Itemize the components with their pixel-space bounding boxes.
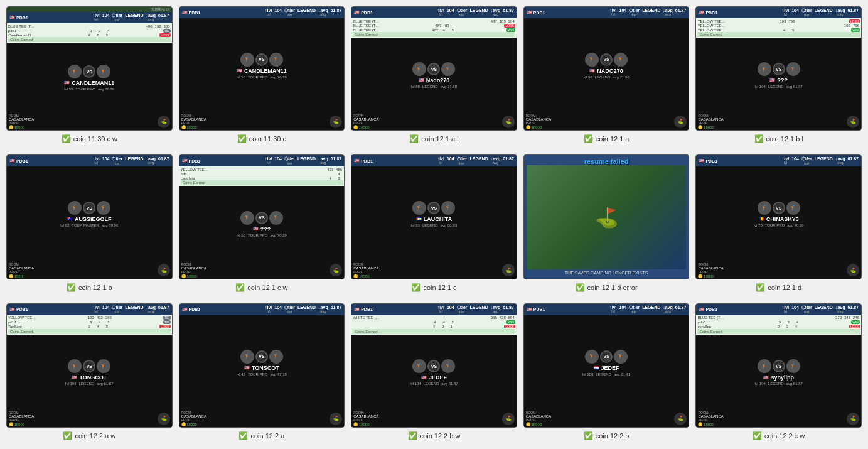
- thumbnail-c13[interactable]: 🇺🇸 PDB1 ↑lvllvl 104 ⬡tiertier LEGEND ↓av…: [351, 303, 517, 428]
- check-icon-c8: ✅: [411, 283, 421, 292]
- check-icon-c11: ✅: [63, 431, 72, 440]
- label-text-c5: coin 12 1 b l: [766, 135, 803, 143]
- thumbnail-c8[interactable]: 🇺🇸 PDB1 ↑lvllvl 104 ⬡tiertier LEGEND ↓av…: [351, 154, 517, 279]
- card-c9[interactable]: resume failed ⛳ THE SAVED GAME NO LONGER…: [523, 154, 690, 291]
- thumbnail-c14[interactable]: 🇺🇸 PDB1 ↑lvllvl 104 ⬡tiertier LEGEND ↓av…: [523, 303, 690, 428]
- label-text-c8: coin 12 1 c: [423, 284, 456, 291]
- thumbnail-c6[interactable]: 🇺🇸 PDB1 ↑lvllvl 104 ⬡tiertier LEGEND ↓av…: [6, 154, 173, 279]
- label-text-c6: coin 12 1 b: [78, 284, 112, 291]
- thumbnail-c9[interactable]: resume failed ⛳ THE SAVED GAME NO LONGER…: [523, 154, 690, 279]
- label-c14: ✅coin 12 2 b: [584, 431, 630, 440]
- check-icon-c15: ✅: [753, 431, 762, 440]
- label-text-c3: coin 12 1 a l: [421, 135, 458, 143]
- check-icon-c5: ✅: [754, 134, 764, 143]
- label-c12: ✅coin 12 2 a: [238, 431, 284, 440]
- card-grid: TIEBREAKER 🇺🇸 PDB1 ↑lvllvl 104 ⬡tiertier…: [6, 6, 862, 449]
- label-text-c12: coin 12 2 a: [250, 432, 284, 440]
- thumbnail-c2[interactable]: 🇺🇸 PDB1 ↑lvllvl 104 ⬡tiertier LEGEND ↓av…: [179, 6, 345, 131]
- card-c11[interactable]: 🇺🇸 PDB1 ↑lvllvl 104 ⬡tiertier LEGEND ↓av…: [6, 303, 173, 440]
- card-c4[interactable]: 🇺🇸 PDB1 ↑lvllvl 104 ⬡tiertier LEGEND ↓av…: [523, 6, 690, 143]
- label-c5: ✅coin 12 1 b l: [754, 134, 803, 143]
- card-c2[interactable]: 🇺🇸 PDB1 ↑lvllvl 104 ⬡tiertier LEGEND ↓av…: [179, 6, 345, 143]
- label-text-c4: coin 12 1 a: [596, 135, 630, 143]
- label-c9: ✅coin 12 1 d error: [576, 283, 638, 292]
- card-c10[interactable]: 🇺🇸 PDB1 ↑lvllvl 104 ⬡tiertier LEGEND ↓av…: [695, 154, 862, 291]
- check-icon-c6: ✅: [67, 283, 76, 292]
- check-icon-c7: ✅: [235, 283, 245, 292]
- label-c13: ✅coin 12 2 b w: [408, 431, 461, 440]
- card-c7[interactable]: 🇺🇸 PDB1 ↑lvllvl 104 ⬡tiertier LEGEND ↓av…: [179, 154, 345, 291]
- label-text-c11: coin 12 2 a w: [75, 432, 115, 440]
- label-c7: ✅coin 12 1 c w: [235, 283, 287, 292]
- check-icon-c9: ✅: [576, 283, 585, 292]
- thumbnail-c4[interactable]: 🇺🇸 PDB1 ↑lvllvl 104 ⬡tiertier LEGEND ↓av…: [523, 6, 690, 131]
- card-c12[interactable]: 🇺🇸 PDB1 ↑lvllvl 104 ⬡tiertier LEGEND ↓av…: [179, 303, 345, 440]
- card-c6[interactable]: 🇺🇸 PDB1 ↑lvllvl 104 ⬡tiertier LEGEND ↓av…: [6, 154, 173, 291]
- label-text-c7: coin 12 1 c w: [247, 284, 287, 291]
- label-c4: ✅coin 12 1 a: [584, 134, 630, 143]
- check-icon-c12: ✅: [238, 431, 248, 440]
- thumbnail-c12[interactable]: 🇺🇸 PDB1 ↑lvllvl 104 ⬡tiertier LEGEND ↓av…: [179, 303, 345, 428]
- thumbnail-c5[interactable]: 🇺🇸 PDB1 ↑lvllvl 104 ⬡tiertier LEGEND ↓av…: [695, 6, 862, 131]
- thumbnail-c10[interactable]: 🇺🇸 PDB1 ↑lvllvl 104 ⬡tiertier LEGEND ↓av…: [695, 154, 862, 279]
- check-icon-c4: ✅: [584, 134, 593, 143]
- check-icon-c2: ✅: [237, 134, 247, 143]
- label-c10: ✅coin 12 1 d: [756, 283, 801, 292]
- thumbnail-c1[interactable]: TIEBREAKER 🇺🇸 PDB1 ↑lvllvl 104 ⬡tiertier…: [6, 6, 173, 131]
- card-c15[interactable]: 🇺🇸 PDB1 ↑lvllvl 104 ⬡tiertier LEGEND ↓av…: [695, 303, 862, 440]
- label-c6: ✅coin 12 1 b: [67, 283, 112, 292]
- card-c8[interactable]: 🇺🇸 PDB1 ↑lvllvl 104 ⬡tiertier LEGEND ↓av…: [351, 154, 517, 291]
- label-c8: ✅coin 12 1 c: [411, 283, 456, 292]
- label-text-c9: coin 12 1 d error: [587, 284, 638, 291]
- label-c3: ✅coin 12 1 a l: [409, 134, 458, 143]
- thumbnail-c11[interactable]: 🇺🇸 PDB1 ↑lvllvl 104 ⬡tiertier LEGEND ↓av…: [6, 303, 173, 428]
- label-c11: ✅coin 12 2 a w: [63, 431, 115, 440]
- thumbnail-c15[interactable]: 🇺🇸 PDB1 ↑lvllvl 104 ⬡tiertier LEGEND ↓av…: [695, 303, 862, 428]
- label-text-c15: coin 12 2 c w: [764, 432, 805, 440]
- card-c1[interactable]: TIEBREAKER 🇺🇸 PDB1 ↑lvllvl 104 ⬡tiertier…: [6, 6, 173, 143]
- thumbnail-c7[interactable]: 🇺🇸 PDB1 ↑lvllvl 104 ⬡tiertier LEGEND ↓av…: [179, 154, 345, 279]
- check-icon-c13: ✅: [408, 431, 417, 440]
- label-c15: ✅coin 12 2 c w: [753, 431, 805, 440]
- label-text-c10: coin 12 1 d: [768, 284, 801, 291]
- card-c13[interactable]: 🇺🇸 PDB1 ↑lvllvl 104 ⬡tiertier LEGEND ↓av…: [351, 303, 517, 440]
- label-text-c2: coin 11 30 c: [249, 135, 286, 143]
- card-c14[interactable]: 🇺🇸 PDB1 ↑lvllvl 104 ⬡tiertier LEGEND ↓av…: [523, 303, 690, 440]
- label-text-c13: coin 12 2 b w: [420, 432, 461, 440]
- label-text-c1: coin 11 30 c w: [73, 135, 117, 143]
- check-icon-c3: ✅: [409, 134, 419, 143]
- check-icon-c1: ✅: [62, 134, 71, 143]
- label-c2: ✅coin 11 30 c: [237, 134, 286, 143]
- label-text-c14: coin 12 2 b: [596, 432, 630, 440]
- thumbnail-c3[interactable]: 🇺🇸 PDB1 ↑lvllvl 104 ⬡tiertier LEGEND ↓av…: [351, 6, 517, 131]
- card-c5[interactable]: 🇺🇸 PDB1 ↑lvllvl 104 ⬡tiertier LEGEND ↓av…: [695, 6, 862, 143]
- check-icon-c10: ✅: [756, 283, 765, 292]
- card-c3[interactable]: 🇺🇸 PDB1 ↑lvllvl 104 ⬡tiertier LEGEND ↓av…: [351, 6, 517, 143]
- check-icon-c14: ✅: [584, 431, 593, 440]
- label-c1: ✅coin 11 30 c w: [62, 134, 117, 143]
